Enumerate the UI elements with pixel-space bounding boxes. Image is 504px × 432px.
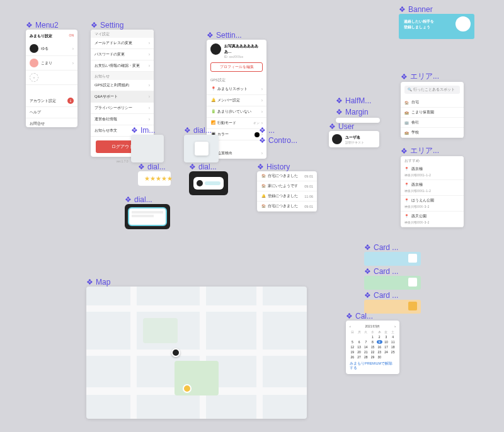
- area2-header: おすすめ: [401, 156, 464, 164]
- component-icon: ❖: [329, 123, 336, 130]
- setting-item[interactable]: Q&Aサポート›: [91, 91, 154, 103]
- cal-day[interactable]: 11: [390, 340, 396, 344]
- cal-day[interactable]: 5: [350, 340, 355, 344]
- cal-day[interactable]: 14: [363, 345, 369, 349]
- setting-item[interactable]: 運営会社情報›: [91, 114, 154, 125]
- map-pin[interactable]: [171, 348, 180, 357]
- home-icon: 🏠: [404, 101, 409, 105]
- cal-day[interactable]: 25: [390, 350, 396, 354]
- chevron-icon: ›: [72, 47, 74, 51]
- area-item[interactable]: 📍西京極神奈川県XXX1−1−2: [401, 164, 464, 180]
- area-item[interactable]: 🏫学校: [401, 128, 464, 138]
- cal-dow: 金: [384, 330, 389, 334]
- menu-item[interactable]: アカウント設定1: [26, 95, 77, 107]
- area-item[interactable]: 🏠自宅: [401, 98, 464, 108]
- area-item[interactable]: 📍西京極神奈川県XXX1−1−2: [401, 180, 464, 196]
- rating-dialog[interactable]: ★★★★★: [138, 171, 171, 186]
- setting-item[interactable]: GPS設定と利用規約›: [91, 80, 154, 91]
- cal-day[interactable]: 22: [370, 350, 375, 354]
- add-user[interactable]: +: [26, 71, 77, 85]
- gps-item[interactable]: 🔋あまり歩いていない›: [207, 106, 266, 118]
- history-row[interactable]: 🏠自宅につきました09:01: [257, 171, 317, 181]
- cal-day[interactable]: 29: [370, 355, 375, 359]
- cal-day[interactable]: 10: [384, 340, 389, 344]
- edit-profile-button[interactable]: プロフィールを編集: [210, 62, 263, 72]
- chevron-right-icon[interactable]: ›: [394, 324, 396, 328]
- cal-day[interactable]: 18: [390, 345, 396, 349]
- card-blue[interactable]: [364, 252, 421, 266]
- cal-day[interactable]: 3: [384, 335, 389, 339]
- diald-panel: [125, 204, 170, 229]
- component-icon: ❖: [336, 108, 343, 116]
- cal-link[interactable]: みまもりPREMIUMで解除する: [350, 361, 396, 370]
- menu2-header-badge: ON: [69, 33, 74, 39]
- cal-day[interactable]: 7: [363, 340, 369, 344]
- cal-day[interactable]: 6: [357, 340, 362, 344]
- search-input[interactable]: 🔍 行ったことあるスポット: [404, 86, 460, 94]
- setting-item[interactable]: お支払い情報の確認・変更›: [91, 60, 154, 72]
- im-label: Im...: [140, 126, 155, 135]
- calendar[interactable]: ‹ 2021年9月 › 日月火水木金土123456789101112131415…: [346, 321, 399, 374]
- banner[interactable]: 連絡したい相手を 登録しましょう: [399, 14, 474, 39]
- pin-icon: 📍: [404, 167, 409, 171]
- cal-day[interactable]: 2: [377, 335, 382, 339]
- area-item[interactable]: 📍西天公園神奈川県XXX−3−2: [401, 212, 464, 227]
- bell-icon: 🔔: [210, 98, 215, 102]
- margin-label: Margin: [345, 108, 369, 117]
- cal-day[interactable]: 16: [377, 345, 382, 349]
- chevron-icon: ›: [72, 61, 74, 65]
- cal-day[interactable]: 24: [384, 350, 389, 354]
- cal-day[interactable]: 19: [350, 350, 355, 354]
- setting-item[interactable]: プライバシーポリシー›: [91, 103, 154, 114]
- user-name: ユーザ名: [345, 135, 364, 140]
- avatar: [332, 134, 342, 144]
- history-row[interactable]: 🏠家にいたようです09:01: [257, 181, 317, 191]
- cal-day[interactable]: 28: [363, 355, 369, 359]
- user-row[interactable]: こまり›: [26, 56, 77, 71]
- cal-day[interactable]: 1: [370, 335, 375, 339]
- area-item[interactable]: 🏫こまり保育園: [401, 108, 464, 118]
- cal-day[interactable]: 4: [390, 335, 396, 339]
- cal-day[interactable]: 13: [357, 345, 362, 349]
- cal-day[interactable]: 30: [377, 355, 382, 359]
- cal-day[interactable]: 27: [357, 355, 362, 359]
- pin-icon: 📍: [404, 198, 409, 203]
- contro-label: Contro...: [268, 136, 297, 145]
- settin-label: Settin...: [216, 31, 242, 40]
- chevron-left-icon[interactable]: ‹: [350, 324, 351, 328]
- cal-day[interactable]: 23: [377, 350, 382, 354]
- user-card[interactable]: ユーザ名 説明テキスト: [329, 131, 379, 147]
- cal-day[interactable]: 9: [377, 340, 382, 344]
- menu2-panel: みまもり設定 ON ゆる› こまり› + アカウント設定1 ヘルプ お問合せ: [26, 30, 77, 127]
- gps-item[interactable]: 🔔メンバー設定›: [207, 95, 266, 106]
- area1-panel: 🔍 行ったことあるスポット 🏠自宅 🏫こまり保育園 🏢会社 🏫学校: [401, 82, 464, 138]
- cal-day[interactable]: 12: [350, 345, 355, 349]
- cal-day[interactable]: 8: [370, 340, 375, 344]
- cal-day[interactable]: 20: [357, 350, 362, 354]
- component-icon: ❖: [259, 127, 266, 134]
- cal-day[interactable]: 21: [363, 350, 369, 354]
- history-row[interactable]: 🏠自宅につきました09:01: [257, 202, 317, 212]
- map-marker[interactable]: [183, 384, 192, 393]
- cal-day[interactable]: 26: [350, 355, 355, 359]
- area-item[interactable]: 🏢会社: [401, 118, 464, 128]
- component-icon: ❖: [336, 97, 343, 105]
- setting-item[interactable]: メールアドレスの変更›: [91, 38, 154, 49]
- component-icon: ❖: [125, 196, 132, 203]
- user-row[interactable]: ゆる›: [26, 42, 77, 56]
- card-green[interactable]: [364, 276, 421, 290]
- cal-day[interactable]: 15: [370, 345, 375, 349]
- card-chip: [408, 254, 417, 263]
- menu-item[interactable]: ヘルプ: [26, 107, 77, 118]
- avatar: [210, 43, 221, 55]
- setting-item[interactable]: パスワードの変更›: [91, 49, 154, 60]
- card-chip: [408, 302, 417, 310]
- gps-item[interactable]: 📍みまもりスポット›: [207, 84, 266, 95]
- cal-dow: 土: [390, 330, 396, 334]
- map[interactable]: [86, 287, 307, 419]
- history-row[interactable]: 🔔登録につきました11:06: [257, 191, 317, 202]
- area-item[interactable]: 📍ほうえん公園神奈川県XXX−3−2: [401, 196, 464, 212]
- menu-item[interactable]: お問合せ: [26, 118, 77, 127]
- search-icon: 🔍: [408, 88, 412, 91]
- cal-day[interactable]: 17: [384, 345, 389, 349]
